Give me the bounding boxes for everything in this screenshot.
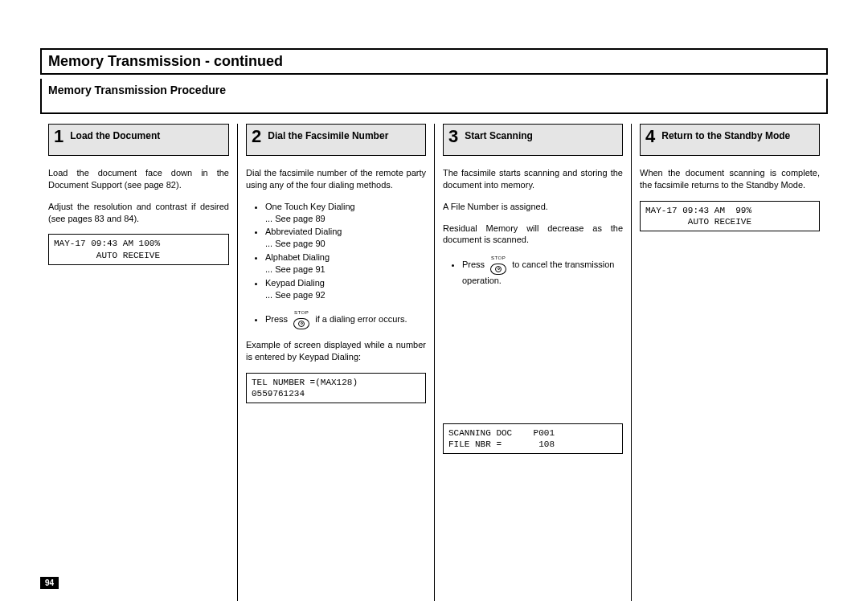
step-3-p1: The facsimile starts scanning and storin… [443,167,623,191]
step-2: 2 Dial the Facsimile Number Dial the fac… [237,124,434,601]
step-1-number: 1 [54,128,63,145]
step-2-p1: Dial the facsimile number of the remote … [246,167,426,191]
step-1-title: Load the Document [70,128,160,141]
step-1-header: 1 Load the Document [48,124,229,156]
step-2-title: Dial the Facsimile Number [268,128,388,141]
stop-button-icon: STOP [490,255,506,275]
list-item: Abbreviated Dialing... See page 90 [265,226,426,250]
step-4-number: 4 [645,128,655,145]
step-2-press-bullet: Press STOP if a dialing error occurs. [246,310,426,329]
step-4-header: 4 Return to the Standby Mode [640,124,820,156]
step-4-title: Return to the Standby Mode [661,128,790,141]
step-3: 3 Start Scanning The facsimile starts sc… [434,124,631,601]
page-title: Memory Transmission - continued [48,53,283,69]
page-subtitle: Memory Transmission Procedure [48,84,226,96]
step-2-header: 2 Dial the Facsimile Number [246,124,426,156]
list-item: Alphabet Dialing... See page 91 [265,251,426,276]
page-subtitle-bar: Memory Transmission Procedure [40,79,828,114]
step-3-title: Start Scanning [465,128,533,141]
step-4: 4 Return to the Standby Mode When the do… [631,124,828,601]
list-item: Press STOP if a dialing error occurs. [265,310,426,329]
step-1: 1 Load the Document Load the document fa… [40,124,237,601]
step-1-p2: Adjust the resolution and contrast if de… [48,201,229,225]
step-1-p1: Load the document face down in the Docum… [48,167,229,191]
list-item: Press STOP to cancel the transmission op… [462,255,623,286]
step-4-p1: When the document scanning is complete, … [640,167,820,191]
list-item: One Touch Key Dialing... See page 89 [265,201,426,225]
steps-row: 1 Load the Document Load the document fa… [40,124,828,601]
page-number: 94 [40,577,59,589]
step-3-press-bullet: Press STOP to cancel the transmission op… [443,255,623,286]
step-3-number: 3 [448,128,458,145]
page-title-bar: Memory Transmission - continued [40,48,828,75]
step-2-p2: Example of screen displayed while a numb… [246,339,426,363]
step-3-p3: Residual Memory will decrease as the doc… [443,223,623,247]
stop-button-icon: STOP [293,310,309,329]
step-3-header: 3 Start Scanning [443,124,623,156]
step-4-lcd: MAY-17 09:43 AM 99% AUTO RECEIVE [640,201,820,232]
step-2-bullets: One Touch Key Dialing... See page 89 Abb… [246,201,426,301]
step-3-p2: A File Number is assigned. [443,201,623,213]
step-2-lcd: TEL NUMBER =(MAX128) 0559761234 [246,373,426,404]
step-2-number: 2 [252,128,261,145]
step-3-lcd: SCANNING DOC P001 FILE NBR = 108 [443,423,623,455]
step-1-lcd: MAY-17 09:43 AM 100% AUTO RECEIVE [48,234,229,265]
list-item: Keypad Dialing... See page 92 [265,277,426,301]
